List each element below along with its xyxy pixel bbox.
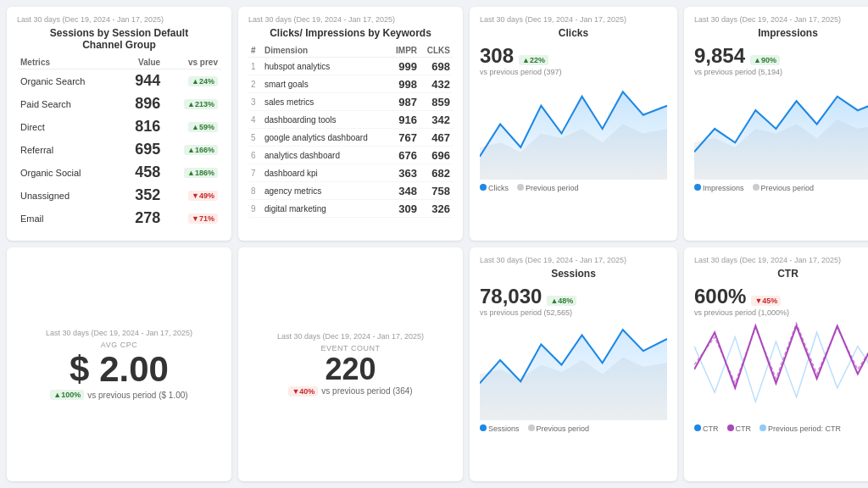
kw-impr: 767 xyxy=(389,129,420,147)
kw-dim: google analytics dashboard xyxy=(262,129,389,147)
col-value: Value xyxy=(118,56,164,69)
col-metrics: Metrics xyxy=(17,56,118,69)
kw-col-clks: CLKS xyxy=(420,44,453,58)
cpc-card: Last 30 days (Dec 19, 2024 - Jan 17, 202… xyxy=(7,247,231,481)
session-metric: Unassigned xyxy=(17,184,118,207)
clicks-card: Last 30 days (Dec 19, 2024 - Jan 17, 202… xyxy=(470,7,677,241)
kw-impr: 987 xyxy=(389,93,420,111)
session-metric: Email xyxy=(17,207,118,230)
event-value: 220 xyxy=(325,352,376,386)
impressions-legend: Impressions Previous period xyxy=(694,184,868,192)
kw-dim: analytics dashboard xyxy=(262,147,389,164)
session-metric: Organic Social xyxy=(17,161,118,184)
sessions-date-range: Last 30 days (Dec 19, 2024 - Jan 17, 202… xyxy=(17,15,221,24)
session-metric: Paid Search xyxy=(17,92,118,115)
sessions-chart-badge: 48% xyxy=(547,296,576,306)
kw-dim: agency metrics xyxy=(262,182,389,200)
session-change: 213% xyxy=(164,92,221,115)
kw-num: 7 xyxy=(248,164,262,182)
session-value: 944 xyxy=(118,69,164,93)
kw-clks: 342 xyxy=(420,111,453,129)
ctr-badge: 45% xyxy=(751,296,781,306)
cpc-value: $ 2.00 xyxy=(70,349,169,390)
sessions-chart-date-range: Last 30 days (Dec 19, 2024 - Jan 17, 202… xyxy=(480,256,667,264)
sessions-chart-vstext: vs previous period (52,565) xyxy=(480,308,667,317)
session-change: 24% xyxy=(164,69,221,93)
sessions-chart xyxy=(480,319,667,420)
cpc-label: AVG CPC xyxy=(101,341,137,349)
kw-clks: 696 xyxy=(420,147,453,164)
kw-clks: 859 xyxy=(420,93,453,111)
impressions-badge: 90% xyxy=(750,55,780,65)
cpc-badge: 100% xyxy=(50,390,84,400)
ctr-legend: CTR CTR Previous period: CTR xyxy=(694,424,868,433)
kw-num: 9 xyxy=(248,200,262,218)
sessions-chart-card: Last 30 days (Dec 19, 2024 - Jan 17, 202… xyxy=(470,247,677,481)
sessions-table: Metrics Value vs prev Organic Search 944… xyxy=(17,56,221,230)
kw-num: 6 xyxy=(248,147,262,164)
kw-num: 4 xyxy=(248,111,262,129)
ctr-title: CTR xyxy=(694,268,868,280)
kw-num: 3 xyxy=(248,93,262,111)
keywords-card: Last 30 days (Dec 19, 2024 - Jan 17, 202… xyxy=(238,7,463,241)
kw-clks: 758 xyxy=(420,182,453,200)
keywords-date-range: Last 30 days (Dec 19, 2024 - Jan 17, 202… xyxy=(248,15,453,24)
kw-impr: 676 xyxy=(389,147,420,164)
keywords-table: # Dimension IMPR CLKS 1 hubspot analytic… xyxy=(248,44,453,218)
kw-clks: 698 xyxy=(420,58,453,75)
clicks-vstext: vs previous period (397) xyxy=(480,68,667,76)
kw-dim: hubspot analytics xyxy=(262,58,389,75)
session-change: 186% xyxy=(164,161,221,184)
sessions-chart-legend: Sessions Previous period xyxy=(480,424,667,433)
kw-impr: 999 xyxy=(389,58,420,75)
kw-impr: 998 xyxy=(389,75,420,93)
kw-dim: dashboard kpi xyxy=(262,164,389,182)
impressions-value: 9,854 xyxy=(694,44,745,68)
kw-dim: digital marketing xyxy=(262,200,389,218)
event-badge: 40% xyxy=(288,386,318,396)
session-change: 59% xyxy=(164,115,221,138)
sessions-chart-title: Sessions xyxy=(480,268,667,280)
session-change: 49% xyxy=(164,184,221,207)
impressions-title: Impressions xyxy=(694,27,868,39)
kw-dim: dashboarding tools xyxy=(262,111,389,129)
kw-clks: 326 xyxy=(420,200,453,218)
clicks-value: 308 xyxy=(480,44,514,68)
col-vsprev: vs prev xyxy=(164,56,221,69)
ctr-vstext: vs previous period (1,000%) xyxy=(694,308,868,317)
kw-clks: 432 xyxy=(420,75,453,93)
kw-impr: 916 xyxy=(389,111,420,129)
event-count-card: Last 30 days (Dec 19, 2024 - Jan 17, 202… xyxy=(238,247,463,481)
impressions-vstext: vs previous period (5,194) xyxy=(694,68,868,76)
impressions-date-range: Last 30 days (Dec 19, 2024 - Jan 17, 202… xyxy=(694,15,868,24)
impressions-card: Last 30 days (Dec 19, 2024 - Jan 17, 202… xyxy=(684,7,868,241)
event-vstext: vs previous period (364) xyxy=(321,386,412,396)
ctr-card: Last 30 days (Dec 19, 2024 - Jan 17, 202… xyxy=(684,247,868,481)
kw-dim: smart goals xyxy=(262,75,389,93)
kw-impr: 348 xyxy=(389,182,420,200)
session-value: 896 xyxy=(118,92,164,115)
ctr-chart xyxy=(694,319,868,420)
sessions-by-channel-card: Last 30 days (Dec 19, 2024 - Jan 17, 202… xyxy=(7,7,231,241)
kw-clks: 682 xyxy=(420,164,453,182)
kw-impr: 363 xyxy=(389,164,420,182)
keywords-title: Clicks/ Impressions by Keywords xyxy=(248,27,453,39)
ctr-value: 600% xyxy=(694,285,746,308)
clicks-legend: Clicks Previous period xyxy=(480,184,667,192)
sessions-title: Sessions by Session DefaultChannel Group xyxy=(17,27,221,51)
kw-num: 8 xyxy=(248,182,262,200)
kw-col-impr: IMPR xyxy=(389,44,420,58)
clicks-chart xyxy=(480,78,667,180)
session-metric: Direct xyxy=(17,115,118,138)
impressions-chart xyxy=(694,78,868,180)
kw-col-dim: Dimension xyxy=(262,44,389,58)
session-change: 166% xyxy=(164,138,221,161)
kw-clks: 467 xyxy=(420,129,453,147)
session-metric: Organic Search xyxy=(17,69,118,93)
kw-num: 5 xyxy=(248,129,262,147)
session-value: 695 xyxy=(118,138,164,161)
clicks-date-range: Last 30 days (Dec 19, 2024 - Jan 17, 202… xyxy=(480,15,667,24)
event-date-range: Last 30 days (Dec 19, 2024 - Jan 17, 202… xyxy=(277,332,424,341)
session-change: 71% xyxy=(164,207,221,230)
session-value: 352 xyxy=(118,184,164,207)
